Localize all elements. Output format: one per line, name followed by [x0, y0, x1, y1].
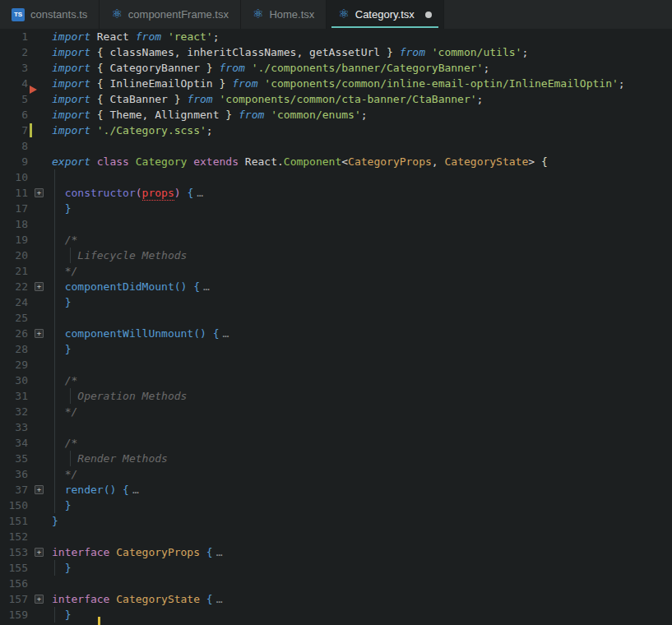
line-number: 10 — [0, 169, 28, 185]
code-line-36[interactable]: 36 */ — [0, 466, 672, 482]
code-line-5[interactable]: 5import { CtaBanner } from 'components/c… — [0, 91, 672, 107]
code-line-1[interactable]: 1import React from 'react'; — [0, 29, 672, 44]
code-text: render() {… — [52, 482, 140, 498]
code-text: interface CategoryState {… — [52, 591, 224, 607]
line-number: 1 — [0, 29, 28, 44]
code-line-7[interactable]: 7import './Category.scss'; — [0, 123, 672, 138]
code-line-4[interactable]: 4import { InlineEmailOptin } from 'compo… — [0, 76, 672, 91]
code-line-155[interactable]: 155 } — [0, 560, 672, 576]
line-number: 152 — [0, 529, 28, 544]
code-line-29[interactable]: 29 — [0, 357, 672, 373]
code-line-11[interactable]: 11+ constructor(props) {… — [0, 185, 672, 201]
line-number: 11 — [0, 185, 28, 201]
fold-expand-icon[interactable]: + — [35, 282, 44, 291]
code-text: */ — [52, 263, 77, 279]
line-number: 36 — [0, 466, 28, 482]
code-line-153[interactable]: 153+interface CategoryProps {… — [0, 544, 672, 560]
code-text: Lifecycle Methods — [52, 248, 187, 263]
fold-expand-icon[interactable]: + — [35, 188, 44, 197]
git-modified-bar — [30, 123, 32, 137]
line-number: 8 — [0, 138, 28, 154]
code-text: import { CtaBanner } from 'components/co… — [52, 91, 483, 107]
code-line-28[interactable]: 28 } — [0, 341, 672, 357]
line-number: 21 — [0, 263, 28, 279]
code-text: } — [52, 341, 71, 357]
code-text: import { classNames, inheritClassNames, … — [52, 44, 528, 60]
line-number: 31 — [0, 388, 28, 404]
code-line-32[interactable]: 32 */ — [0, 404, 672, 419]
unsaved-changes-dot[interactable] — [425, 12, 432, 18]
code-line-156[interactable]: 156 — [0, 576, 672, 591]
tab-category-tsx[interactable]: ⚛Category.tsx — [327, 0, 443, 29]
code-line-20[interactable]: 20 Lifecycle Methods — [0, 248, 672, 263]
react-icon: ⚛ — [253, 8, 263, 21]
code-text: componentDidMount() {… — [52, 279, 211, 294]
code-text: } — [52, 201, 71, 216]
code-line-19[interactable]: 19 /* — [0, 232, 672, 248]
code-line-37[interactable]: 37+ render() {… — [0, 482, 672, 498]
line-number: 26 — [0, 326, 28, 341]
react-icon: ⚛ — [338, 8, 349, 21]
code-line-8[interactable]: 8 — [0, 138, 672, 154]
fold-expand-icon[interactable]: + — [35, 595, 44, 604]
code-line-34[interactable]: 34 /* — [0, 435, 672, 451]
git-deleted-lines-marker-icon — [30, 86, 37, 94]
tab-componentframe-tsx[interactable]: ⚛componentFrame.tsx — [100, 0, 241, 29]
code-text: import './Category.scss'; — [52, 123, 213, 138]
line-number: 150 — [0, 498, 28, 513]
code-line-26[interactable]: 26+ componentWillUnmount() {… — [0, 326, 672, 341]
code-text: } — [52, 607, 71, 623]
code-line-24[interactable]: 24 } — [0, 294, 672, 310]
code-text: constructor(props) {… — [52, 185, 204, 201]
code-line-17[interactable]: 17 } — [0, 201, 672, 216]
code-editor-window: TSconstants.ts⚛componentFrame.tsx⚛Home.t… — [0, 0, 672, 625]
code-line-3[interactable]: 3import { CategoryBanner } from './compo… — [0, 60, 672, 76]
code-text: } — [52, 513, 58, 529]
fold-expand-icon[interactable]: + — [35, 329, 44, 338]
tab-home-tsx[interactable]: ⚛Home.tsx — [241, 0, 327, 29]
code-line-35[interactable]: 35 Render Methods — [0, 451, 672, 466]
code-line-152[interactable]: 152 — [0, 529, 672, 544]
line-number: 7 — [0, 123, 28, 138]
tab-constants-ts[interactable]: TSconstants.ts — [0, 0, 100, 29]
line-number: 22 — [0, 279, 28, 294]
line-number: 32 — [0, 404, 28, 419]
line-number: 155 — [0, 560, 28, 576]
code-editor[interactable]: 1import React from 'react';2import { cla… — [0, 29, 672, 625]
line-number: 5 — [0, 91, 28, 107]
code-line-159[interactable]: 159 } — [0, 607, 672, 623]
code-line-9[interactable]: 9export class Category extends React.Com… — [0, 154, 672, 169]
code-text: /* — [52, 373, 77, 388]
code-line-30[interactable]: 30 /* — [0, 373, 672, 388]
code-line-33[interactable]: 33 — [0, 419, 672, 435]
code-line-10[interactable]: 10 — [0, 169, 672, 185]
code-line-31[interactable]: 31 Operation Methods — [0, 388, 672, 404]
code-line-21[interactable]: 21 */ — [0, 263, 672, 279]
code-text: import { InlineEmailOptin } from 'compon… — [52, 76, 625, 91]
line-number: 156 — [0, 576, 28, 591]
line-number: 30 — [0, 373, 28, 388]
fold-expand-icon[interactable]: + — [35, 485, 44, 494]
tab-label: componentFrame.tsx — [128, 8, 229, 21]
code-line-150[interactable]: 150 } — [0, 498, 672, 513]
code-line-18[interactable]: 18 — [0, 216, 672, 232]
code-text: componentWillUnmount() {… — [52, 326, 229, 341]
editor-tab-bar: TSconstants.ts⚛componentFrame.tsx⚛Home.t… — [0, 0, 672, 29]
text-cursor — [98, 617, 100, 625]
line-number: 33 — [0, 419, 28, 435]
code-text: } — [52, 560, 71, 576]
code-text: export class Category extends React.Comp… — [52, 154, 548, 169]
code-line-2[interactable]: 2import { classNames, inheritClassNames,… — [0, 44, 672, 60]
fold-expand-icon[interactable]: + — [35, 548, 44, 557]
code-line-157[interactable]: 157+interface CategoryState {… — [0, 591, 672, 607]
line-number: 151 — [0, 513, 28, 529]
line-number: 4 — [0, 76, 28, 91]
code-line-25[interactable]: 25 — [0, 310, 672, 326]
line-number: 3 — [0, 60, 28, 76]
code-line-151[interactable]: 151} — [0, 513, 672, 529]
code-text: Render Methods — [52, 451, 168, 466]
line-number: 2 — [0, 44, 28, 60]
line-number: 17 — [0, 201, 28, 216]
code-line-22[interactable]: 22+ componentDidMount() {… — [0, 279, 672, 294]
code-line-6[interactable]: 6import { Theme, Allignment } from 'comm… — [0, 107, 672, 123]
